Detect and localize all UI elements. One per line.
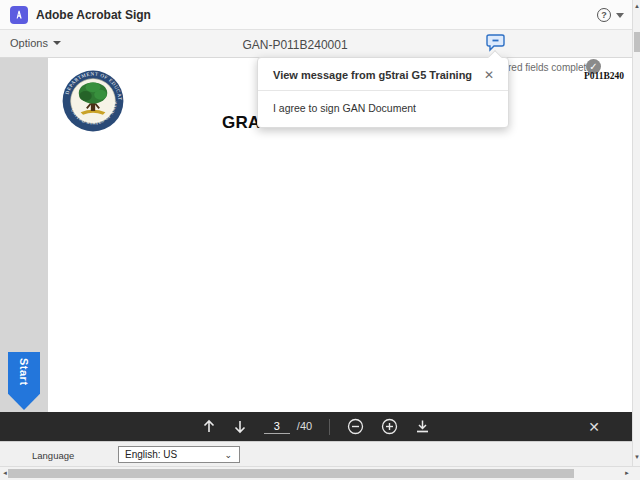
- zoom-in-icon[interactable]: [381, 418, 398, 435]
- page-total: /40: [297, 420, 312, 432]
- language-select[interactable]: English: US ⌄: [118, 446, 240, 463]
- scroll-right-icon[interactable]: ►: [624, 470, 630, 476]
- pdf-toolbar: 3 /40 ✕: [0, 412, 632, 441]
- help-dropdown-caret-icon[interactable]: [616, 13, 624, 18]
- download-icon[interactable]: [415, 419, 430, 434]
- app-title: Adobe Acrobat Sign: [36, 8, 151, 22]
- popup-title: View message from g5trai G5 Training: [273, 69, 472, 81]
- language-bar: Language English: US ⌄: [0, 441, 632, 466]
- scroll-up-icon[interactable]: ▲: [634, 3, 640, 9]
- page-up-icon[interactable]: [202, 419, 216, 434]
- close-toolbar-icon[interactable]: ✕: [588, 412, 600, 441]
- help-icon[interactable]: ?: [597, 8, 611, 22]
- scroll-down-icon[interactable]: ▼: [634, 454, 640, 460]
- vertical-scroll-thumb[interactable]: [634, 32, 640, 52]
- page-number-input[interactable]: 3: [264, 420, 290, 434]
- horizontal-scroll-thumb[interactable]: [8, 469, 574, 478]
- toolbar-divider: [329, 419, 330, 435]
- page-down-icon[interactable]: [233, 419, 247, 434]
- zoom-out-icon[interactable]: [347, 418, 364, 435]
- department-of-education-seal: DEPARTMENT OF EDUCATION UNITED STATES OF…: [62, 70, 124, 132]
- popup-message-text: I agree to sign GAN Document: [258, 91, 508, 127]
- message-popup: View message from g5trai G5 Training ✕ I…: [257, 57, 509, 128]
- start-tab-label: Start: [18, 358, 30, 410]
- acrobat-sign-window: Adobe Acrobat Sign ? Options GAN-P011B24…: [0, 0, 640, 480]
- app-header: Adobe Acrobat Sign ?: [0, 0, 632, 30]
- popup-close-icon[interactable]: ✕: [484, 69, 494, 81]
- language-label: Language: [32, 450, 74, 461]
- award-number-fragment: P011B240: [584, 71, 624, 81]
- adobe-acrobat-logo-icon: [10, 6, 28, 24]
- language-selected-value: English: US: [125, 449, 177, 460]
- document-heading-fragment: GRA: [222, 113, 261, 133]
- horizontal-scrollbar[interactable]: ◄ ►: [0, 466, 640, 480]
- language-chevron-icon: ⌄: [224, 450, 232, 460]
- options-bar: Options GAN-P011B240001: [0, 30, 632, 58]
- start-signing-tab[interactable]: Start: [8, 352, 40, 410]
- vertical-scrollbar[interactable]: ▲ ▼: [632, 0, 640, 466]
